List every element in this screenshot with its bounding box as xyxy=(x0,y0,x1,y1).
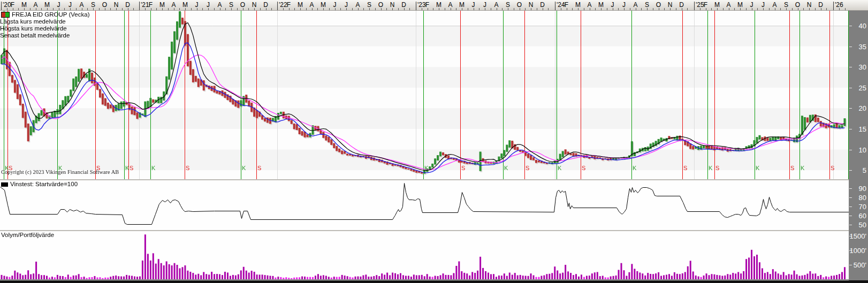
timeline-tick xyxy=(191,8,192,10)
legend-last-ma[interactable]: Senast betalt medelvärde xyxy=(0,32,90,39)
timeline-tick xyxy=(803,8,804,10)
price-axis-label: 5 xyxy=(863,166,866,174)
timeline-month-label: A xyxy=(494,1,498,9)
timeline-month-label: D xyxy=(401,1,406,9)
timeline-tick xyxy=(110,8,111,10)
timeline-month-label: D xyxy=(125,1,130,9)
timeline-month-label: O xyxy=(102,1,107,9)
timeline-tick xyxy=(584,8,584,10)
axis-tick-mark xyxy=(849,150,852,150)
timeline-tick xyxy=(352,8,353,10)
price-axis-label: 10 xyxy=(859,146,866,154)
timeline-tick xyxy=(82,8,82,10)
axis-tick-mark xyxy=(849,47,852,47)
legend-volume[interactable]: Volym/Portföljvärde xyxy=(1,232,54,239)
vinstest-panel: Vinstest: Startvärde=100 xyxy=(0,180,849,230)
timeline-tick xyxy=(225,8,226,10)
timeline-month-label: M xyxy=(436,1,441,9)
timeline-tick xyxy=(185,8,186,10)
timeline-tick xyxy=(208,8,209,10)
timeline-month-label: J xyxy=(472,1,475,9)
vinstest-series-icon xyxy=(1,182,8,187)
volume-panel: Volym/Portföljvärde xyxy=(0,231,849,280)
timeline-year-label: '21 xyxy=(141,1,149,9)
timeline-month-label: S xyxy=(367,1,371,9)
timeline-tick xyxy=(572,8,573,10)
timeline-month-label: F xyxy=(565,1,568,9)
timeline-month-label: F xyxy=(704,1,707,9)
timeline-month-label: A xyxy=(587,1,591,9)
timeline-tick xyxy=(676,8,676,10)
axis-tick-mark xyxy=(849,170,852,171)
timeline-tick xyxy=(340,8,341,10)
sell-signal-letter: S xyxy=(831,165,834,171)
axis-tick-mark xyxy=(849,225,852,225)
timeline-month-label: D xyxy=(679,1,684,9)
timeline-tick xyxy=(122,8,123,10)
vinstest-chart-canvas[interactable] xyxy=(0,180,849,230)
timeline-month-label: O xyxy=(378,1,383,9)
buy-signal-letter: K xyxy=(756,165,759,171)
sell-signal-letter: S xyxy=(130,165,133,171)
timeline-tick xyxy=(451,8,451,10)
sell-signal-letter: S xyxy=(186,165,189,171)
timeline-month-label: A xyxy=(772,1,776,9)
volume-chart-canvas[interactable] xyxy=(0,231,849,280)
timeline-month-label: J xyxy=(622,1,626,9)
timeline-tick xyxy=(105,8,105,10)
timeline-month-label: J xyxy=(483,1,486,9)
sell-signal-letter: S xyxy=(461,165,465,171)
timeline-tick xyxy=(561,8,561,10)
timeline-month-label: N xyxy=(807,1,812,9)
value-axis[interactable]: 40353025201510590807060501500'1000'500' xyxy=(849,11,868,280)
timeline-tick xyxy=(151,8,151,10)
buy-signal-letter: K xyxy=(242,165,246,171)
timeline-month-label: F xyxy=(149,1,153,9)
timeline-month-label: J xyxy=(611,1,614,9)
timeline-tick xyxy=(462,8,462,10)
timeline-tick xyxy=(386,8,387,10)
timeline-tick xyxy=(404,8,405,10)
timeline-tick xyxy=(237,8,238,10)
timeline-month-label: M xyxy=(459,1,465,9)
timeline-month-label: M xyxy=(575,1,581,9)
timeline-month-label: J xyxy=(207,1,210,9)
timeline-tick xyxy=(670,8,671,10)
timeline-tick xyxy=(128,8,128,10)
timeline-year-label: '25 xyxy=(696,1,704,9)
timeline-tick xyxy=(18,8,19,10)
timeline-tick xyxy=(595,8,596,10)
price-chart-canvas[interactable] xyxy=(0,11,849,179)
timeline-month-label: S xyxy=(229,1,233,9)
timeline-tick xyxy=(468,8,468,10)
timeline-month-label: D xyxy=(540,1,545,9)
timeline-month-label: D xyxy=(818,1,823,9)
legend-low-ma[interactable]: Lägsta kurs medelvärde xyxy=(0,18,90,25)
timeline-tick xyxy=(664,8,665,10)
timeline-tick xyxy=(839,8,840,10)
timeline-tick xyxy=(711,8,712,10)
legend-high-ma[interactable]: Högsta kurs medelvärde xyxy=(0,25,90,32)
timeline-month-label: A xyxy=(79,1,83,9)
timeline-tick xyxy=(601,8,601,10)
timeline-tick xyxy=(174,8,174,10)
timeline-tick xyxy=(398,8,399,10)
legend-vinstest[interactable]: Vinstest: Startvärde=100 xyxy=(1,181,78,188)
timeline-tick xyxy=(590,8,590,10)
timeline-tick xyxy=(30,8,31,10)
timeline-month-label: A xyxy=(726,1,730,9)
timeline-tick xyxy=(41,8,42,10)
timeline-tick xyxy=(312,8,313,10)
timeline-month-label: N xyxy=(114,1,119,9)
legend-instrument[interactable]: FREJA EID GROUP (Vecka) xyxy=(1,11,90,18)
vinstest-axis-label: 90 xyxy=(859,185,866,193)
timeline-year-label: '22 xyxy=(279,1,287,9)
timeline-tick xyxy=(329,8,330,10)
timeline-month-label: M xyxy=(44,1,50,9)
timeline-tick xyxy=(746,8,747,10)
volume-axis-label: 1500' xyxy=(850,232,866,240)
timeline-month-label: J xyxy=(750,1,753,9)
timeline-tick xyxy=(266,8,267,10)
year-separator xyxy=(139,2,140,10)
timeline-header[interactable]: '20FMAMJJASOND'21FMAMJJASOND'22FMAMJJASO… xyxy=(0,0,868,11)
